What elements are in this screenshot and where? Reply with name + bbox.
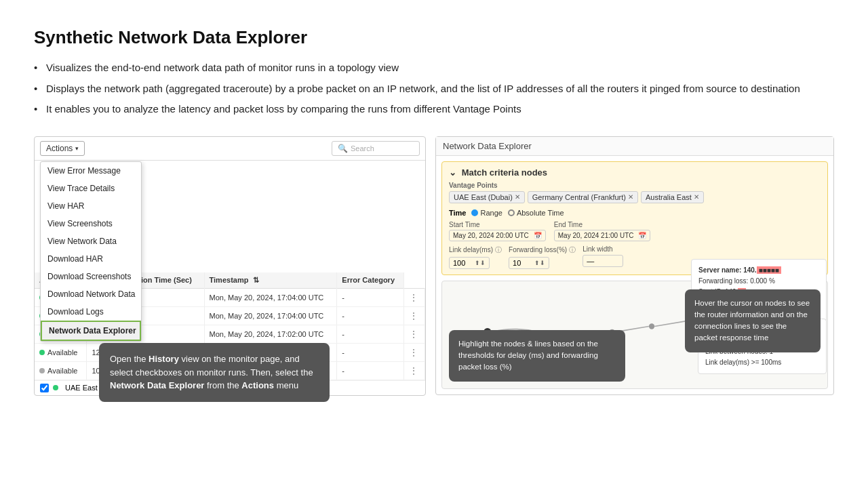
cell-ts: Mon, May 20, 2024, 17:02:00 UTC xyxy=(204,325,337,343)
actions-label: Actions xyxy=(46,144,73,153)
bullet-1: Visualizes the end-to-end network data p… xyxy=(34,60,834,76)
bullet-2: Displays the network path (aggregated tr… xyxy=(34,81,834,97)
forwarding-loss-label: Forwarding loss(%) ⓘ xyxy=(509,245,576,255)
time-label: Time xyxy=(449,209,466,217)
actions-button[interactable]: Actions ▾ xyxy=(40,141,85,156)
range-radio[interactable]: Range xyxy=(471,209,502,217)
page-title: Synthetic Network Data Explorer xyxy=(34,27,834,48)
menu-download-screenshots[interactable]: Download Screenshots xyxy=(41,268,141,285)
tag-uae: UAE East (Dubai) ✕ xyxy=(449,191,525,203)
link-delay-info-icon: ⓘ xyxy=(495,245,502,255)
start-time-field: Start Time May 20, 2024 20:00 UTC 📅 xyxy=(449,221,546,241)
menu-view-screenshots[interactable]: View Screenshots xyxy=(41,215,141,232)
col-error: Error Category xyxy=(337,272,404,289)
feature-list: Visualizes the end-to-end network data p… xyxy=(34,60,834,117)
link-width-field: Link width — xyxy=(583,245,623,269)
toolbar: Actions ▾ 🔍 Search xyxy=(35,137,425,161)
cell-error: - xyxy=(337,288,404,306)
time-row: Time Range Absolute Time xyxy=(449,209,821,217)
menu-view-network-data[interactable]: View Network Data xyxy=(41,232,141,250)
tag-germany: Germany Central (Frankfurt) ✕ xyxy=(528,191,638,203)
callout-highlight: Highlight the nodes & lines based on the… xyxy=(449,330,625,382)
spinner-icon: ⬆⬇ xyxy=(534,260,545,266)
start-time-label: Start Time xyxy=(449,221,546,228)
collapse-icon[interactable]: ⌄ xyxy=(449,167,456,178)
absolute-radio[interactable]: Absolute Time xyxy=(508,209,564,217)
cell-avail: Available xyxy=(35,343,87,361)
link-delay-field: Link delay(ms) ⓘ 100 ⬆⬇ xyxy=(449,245,502,269)
vantage-tags: UAE East (Dubai) ✕ Germany Central (Fran… xyxy=(449,191,821,203)
callout-history: Open the History view on the monitor pag… xyxy=(99,343,330,402)
vantage-points-label: Vantage Points xyxy=(449,182,821,189)
tooltip-line-2: Forwarding loss: 0.000 % xyxy=(698,276,819,287)
end-time-label: End Time xyxy=(554,221,651,228)
tag-australia-remove[interactable]: ✕ xyxy=(694,193,699,201)
search-placeholder: Search xyxy=(351,144,374,152)
right-panel: Network Data Explorer ⌄ Match criteria n… xyxy=(435,136,834,395)
link-delay-label: Link delay(ms) ⓘ xyxy=(449,245,502,255)
absolute-radio-dot xyxy=(508,209,515,216)
cell-ts: Mon, May 20, 2024, 17:04:00 UTC xyxy=(204,306,337,325)
match-criteria-section: ⌄ Match criteria nodes Vantage Points UA… xyxy=(441,161,828,275)
cell-avail: Available xyxy=(35,361,87,380)
node-int2 xyxy=(649,323,654,329)
tag-germany-remove[interactable]: ✕ xyxy=(628,193,633,201)
end-time-field: End Time May 20, 2024 21:00 UTC 📅 xyxy=(554,221,651,241)
col-timestamp: Timestamp ⇅ xyxy=(204,272,337,289)
menu-view-error[interactable]: View Error Message xyxy=(41,162,141,180)
callout-highlight-text: Highlight the nodes & lines based on the… xyxy=(458,340,598,371)
bottom-tooltip-line-3: Link delay(ms) >= 100ms xyxy=(705,357,819,368)
menu-view-trace[interactable]: View Trace Details xyxy=(41,180,141,197)
callout-hover-text: Hover the cursor on nodes to see the rou… xyxy=(694,299,810,342)
calendar-icon: 📅 xyxy=(534,232,542,239)
cell-error: - xyxy=(337,361,404,380)
menu-download-logs[interactable]: Download Logs xyxy=(41,303,141,321)
calendar-icon: 📅 xyxy=(638,232,646,239)
callout-text: Open the History view on the monitor pag… xyxy=(110,354,313,390)
page-container: Synthetic Network Data Explorer Visualiz… xyxy=(0,0,868,409)
sort-icon[interactable]: ⇅ xyxy=(253,276,259,284)
forwarding-info-icon: ⓘ xyxy=(569,245,576,255)
cell-error: - xyxy=(337,343,404,361)
spinner-icon: ⬆⬇ xyxy=(475,260,486,266)
cell-error: - xyxy=(337,306,404,325)
menu-download-network-data[interactable]: Download Network Data xyxy=(41,285,141,303)
search-icon: 🔍 xyxy=(338,144,348,153)
menu-download-har[interactable]: Download HAR xyxy=(41,250,141,268)
tooltip-line-1: Server name: 140.■■■■■ xyxy=(698,265,819,276)
time-fields: Start Time May 20, 2024 20:00 UTC 📅 End … xyxy=(449,221,821,241)
callout-hover-nodes: Hover the cursor on nodes to see the rou… xyxy=(685,289,821,352)
bullet-3: It enables you to analyze the latency an… xyxy=(34,102,834,117)
row-more[interactable]: ⋮ xyxy=(404,361,425,380)
menu-network-data-explorer[interactable]: Network Data Explorer xyxy=(41,321,141,341)
row-more[interactable]: ⋮ xyxy=(404,325,425,343)
range-radio-dot xyxy=(471,209,478,216)
row-more[interactable]: ⋮ xyxy=(404,288,425,306)
vantage-checkbox[interactable] xyxy=(40,384,49,392)
left-panel: Actions ▾ 🔍 Search View Error Message Vi… xyxy=(34,136,426,396)
end-time-input[interactable]: May 20, 2024 21:00 UTC 📅 xyxy=(554,230,651,241)
row-more[interactable]: ⋮ xyxy=(404,306,425,325)
right-panel-title: Network Data Explorer xyxy=(436,137,833,156)
screenshots-area: Actions ▾ 🔍 Search View Error Message Vi… xyxy=(34,136,834,396)
match-criteria-title: ⌄ Match criteria nodes xyxy=(449,167,821,178)
link-width-label: Link width xyxy=(583,245,623,253)
tag-uae-remove[interactable]: ✕ xyxy=(515,193,520,201)
actions-dropdown: View Error Message View Trace Details Vi… xyxy=(40,161,142,342)
forwarding-loss-input[interactable]: 10 ⬆⬇ xyxy=(509,257,549,269)
forwarding-loss-field: Forwarding loss(%) ⓘ 10 ⬆⬇ xyxy=(509,245,576,269)
cell-ts: Mon, May 20, 2024, 17:04:00 UTC xyxy=(204,288,337,306)
chevron-down-icon: ▾ xyxy=(75,145,79,152)
start-time-input[interactable]: May 20, 2024 20:00 UTC 📅 xyxy=(449,230,546,241)
link-width-input[interactable]: — xyxy=(583,255,623,267)
tag-australia: Australia East ✕ xyxy=(641,191,704,203)
row-more[interactable]: ⋮ xyxy=(404,343,425,361)
menu-view-har[interactable]: View HAR xyxy=(41,197,141,215)
cell-error: - xyxy=(337,325,404,343)
search-box: 🔍 Search xyxy=(332,141,420,156)
link-delay-input[interactable]: 100 ⬆⬇ xyxy=(449,257,490,269)
